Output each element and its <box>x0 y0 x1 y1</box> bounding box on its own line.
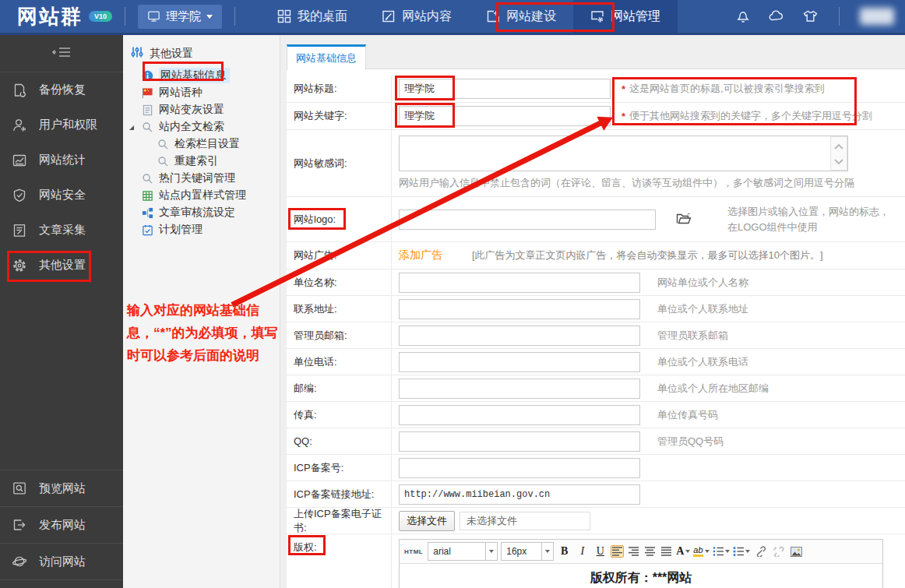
field-label: QQ: <box>287 428 392 454</box>
sidebar-collapse[interactable] <box>0 35 123 72</box>
shirt-icon[interactable] <box>802 9 819 24</box>
row-org-name: 单位名称: 网站单位或个人名称 <box>287 269 905 296</box>
tree-item-site-gray-setting[interactable]: 网站变灰设置 <box>123 101 280 118</box>
choose-file-button[interactable]: 选择文件 <box>399 511 455 531</box>
sidebar-item-backup[interactable]: 备份恢复 <box>0 72 123 107</box>
nav-label: 网站建设 <box>506 9 556 25</box>
sidebar-item-other-settings[interactable]: 其他设置 <box>0 248 123 283</box>
page-icon <box>142 104 153 116</box>
tree-item-plan-management[interactable]: 计划管理 <box>123 221 280 238</box>
underline-button[interactable]: U <box>593 543 607 560</box>
field-label: 联系地址: <box>287 296 392 322</box>
tree-item-label: 重建索引 <box>174 154 218 168</box>
field-label: 网站广告: <box>287 242 392 269</box>
html-source-button[interactable]: HTML <box>404 548 423 555</box>
icp-number-input[interactable] <box>399 458 640 478</box>
site-switcher[interactable]: 理学院 <box>138 5 222 29</box>
nav-item-manage[interactable]: 网站管理 <box>573 0 678 33</box>
sidebar-item-collect[interactable]: 文章采集 <box>0 213 123 248</box>
sensitive-words-textarea[interactable] <box>399 136 848 171</box>
field-label: 版权: <box>287 534 392 588</box>
fax-input[interactable] <box>399 405 640 425</box>
flow-icon <box>142 207 153 219</box>
sidebar-item-visit-site[interactable]: 访问网站 <box>0 543 123 580</box>
chevron-down-icon <box>485 543 497 560</box>
tree-item-fulltext-search[interactable]: 站内全文检索 <box>123 118 280 136</box>
zipcode-input[interactable] <box>399 379 640 399</box>
field-label: ICP备案链接地址: <box>287 481 392 507</box>
tree-item-label: 站点内置样式管理 <box>159 188 246 202</box>
app: 网站群 V10 理学院 我的桌面 网站内容 <box>0 0 905 588</box>
field-label: 邮编: <box>287 375 392 401</box>
tree-item-hot-keywords[interactable]: 热门关键词管理 <box>123 170 280 187</box>
chevron-up-icon[interactable] <box>834 140 843 152</box>
sidebar-item-preview-site[interactable]: 预览网站 <box>0 470 123 506</box>
cloud-icon[interactable] <box>768 9 785 24</box>
tree-item-rebuild-index[interactable]: 重建索引 <box>123 153 280 170</box>
textarea-scroll-control[interactable] <box>830 136 847 171</box>
row-icp-cert: 上传ICP备案电子证书: 选择文件 未选择文件 <box>287 508 905 534</box>
ordered-list-button[interactable] <box>713 547 730 556</box>
required-mark: * <box>622 83 625 95</box>
admin-email-input[interactable] <box>399 326 640 346</box>
qq-input[interactable] <box>399 431 640 452</box>
font-color-button[interactable]: A <box>676 545 690 558</box>
sidebar-item-label: 文章采集 <box>39 223 86 238</box>
align-justify-button[interactable] <box>660 545 673 558</box>
tab-site-basic-info[interactable]: 网站基础信息 <box>287 44 366 70</box>
bell-icon[interactable] <box>735 9 751 24</box>
expand-caret-icon[interactable] <box>129 125 134 130</box>
nav-item-desktop[interactable]: 我的桌面 <box>260 0 364 33</box>
article-icon <box>12 223 27 238</box>
tree-item-search-column-setting[interactable]: 检索栏目设置 <box>123 136 280 153</box>
sidebar-item-publish-site[interactable]: 发布网站 <box>0 506 123 543</box>
address-input[interactable] <box>399 299 640 319</box>
info-icon <box>142 70 153 82</box>
italic-button[interactable]: I <box>575 543 590 560</box>
divider <box>839 7 840 26</box>
row-site-logo: 网站logo: 选择图片或输入位置，网站的标志，在LOGO组件中使用 <box>287 197 905 242</box>
bold-button[interactable]: B <box>557 543 572 560</box>
tree-header-label: 其他设置 <box>150 47 193 61</box>
sidebar-item-security[interactable]: 网站安全 <box>0 178 123 213</box>
tree-item-site-basic-info[interactable]: 网站基础信息 <box>123 67 280 84</box>
sliders-icon <box>131 46 143 61</box>
nav-item-build[interactable]: 网站建设 <box>469 0 573 33</box>
bullet-list-button[interactable] <box>733 547 750 556</box>
sidebar-item-label: 其他设置 <box>39 258 86 273</box>
sidebar-item-stats[interactable]: 网站统计 <box>0 143 123 178</box>
highlight-color-button[interactable]: ab <box>693 546 709 557</box>
image-icon[interactable] <box>789 545 804 558</box>
font-size-select[interactable]: 16px <box>501 542 554 561</box>
site-logo-input[interactable] <box>399 209 656 230</box>
align-right-button[interactable] <box>627 545 640 558</box>
tree-item-review-flow[interactable]: 文章审核流设定 <box>123 204 280 221</box>
field-hint: 便于其他网站搜索到的关键字，多个关键字用逗号分割 <box>629 109 872 123</box>
tree-item-site-language[interactable]: 网站语种 <box>123 84 280 101</box>
nav-item-content[interactable]: 网站内容 <box>364 0 469 33</box>
sidebar-item-users[interactable]: 用户和权限 <box>0 107 123 143</box>
align-left-button[interactable] <box>611 545 624 558</box>
font-family-select[interactable]: arial <box>428 542 498 561</box>
unlink-icon[interactable] <box>771 544 786 558</box>
link-icon[interactable] <box>753 544 768 558</box>
publish-icon <box>12 517 27 533</box>
tree-item-builtin-styles[interactable]: 站点内置样式管理 <box>123 187 280 204</box>
chevron-down-icon[interactable] <box>834 155 843 167</box>
align-center-button[interactable] <box>643 545 657 558</box>
site-keywords-input[interactable] <box>399 106 611 126</box>
site-title-input[interactable] <box>399 79 611 99</box>
browse-folder-button[interactable] <box>676 212 692 227</box>
copyright-content[interactable]: 版权所有：***网站 <box>400 564 882 588</box>
org-name-input[interactable] <box>399 273 640 293</box>
icp-link-input[interactable] <box>399 484 640 505</box>
calendar-check-icon <box>142 224 153 236</box>
search-icon <box>142 173 153 185</box>
flag-icon <box>142 87 153 99</box>
row-admin-email: 管理员邮箱: 管理员联系邮箱 <box>287 322 905 349</box>
row-qq: QQ: 管理员QQ号码 <box>287 428 905 455</box>
nav-label: 我的桌面 <box>298 9 347 25</box>
phone-input[interactable] <box>399 352 640 372</box>
add-ad-link[interactable]: 添加广告 <box>399 248 442 262</box>
user-account-blurred[interactable] <box>860 8 894 25</box>
